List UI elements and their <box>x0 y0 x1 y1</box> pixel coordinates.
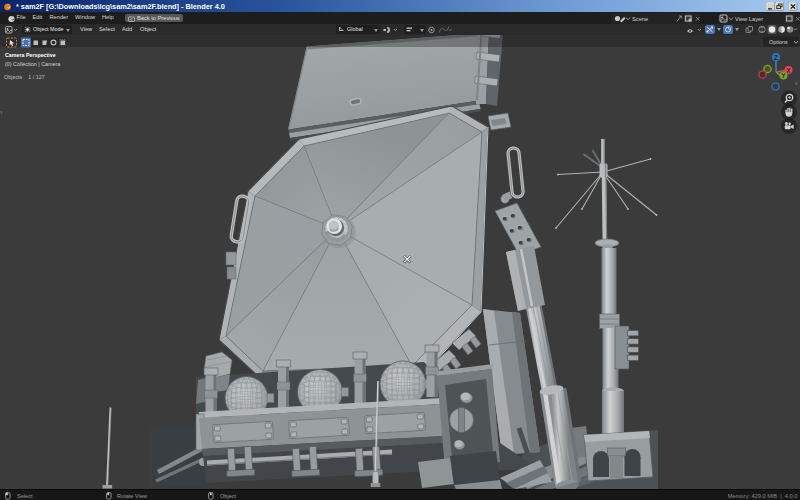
svg-text:Object: Object <box>220 493 237 499</box>
svg-text:View Layer: View Layer <box>735 16 763 22</box>
svg-text:Options: Options <box>769 39 788 45</box>
svg-text:X: X <box>786 67 791 74</box>
svg-text:Y: Y <box>781 72 786 79</box>
svg-text:Scene: Scene <box>632 16 648 22</box>
svg-text:Select: Select <box>17 493 33 499</box>
svg-text:Rotate View: Rotate View <box>117 493 148 499</box>
svg-text:Z: Z <box>774 54 778 61</box>
